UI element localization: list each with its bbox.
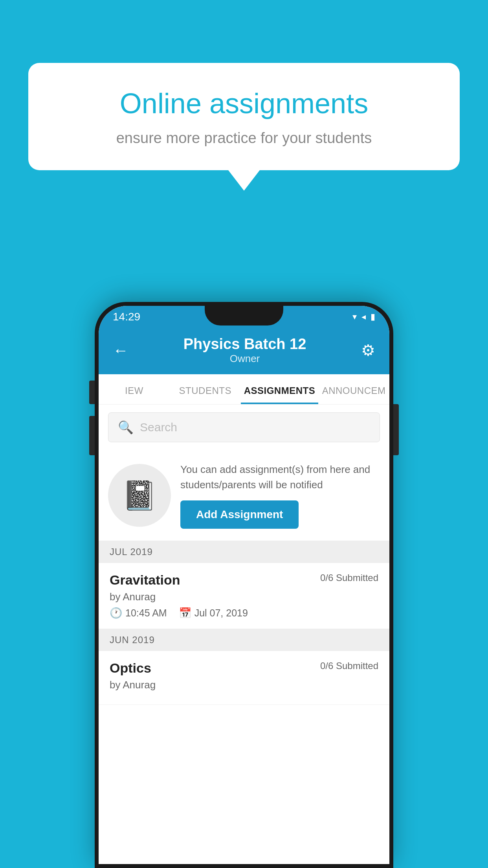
phone-notch	[205, 306, 283, 326]
signal-icon: ◂	[361, 312, 366, 322]
battery-icon: ▮	[371, 312, 375, 322]
assignment-top-optics: Optics 0/6 Submitted	[110, 660, 378, 676]
calendar-icon: 📅	[179, 607, 191, 619]
assignment-time-value: 10:45 AM	[125, 607, 167, 619]
header-center: Physics Batch 12 Owner	[128, 336, 361, 365]
assignment-by: by Anurag	[110, 591, 378, 603]
wifi-icon: ▾	[352, 312, 357, 322]
phone-screen: 14:29 ▾ ◂ ▮ ← Physics Batch 12 Owner ⚙ I…	[99, 306, 389, 864]
app-header: ← Physics Batch 12 Owner ⚙	[99, 328, 389, 374]
assignment-title: Gravitation	[110, 572, 180, 588]
assignment-submitted: 0/6 Submitted	[320, 572, 378, 583]
header-subtitle: Owner	[128, 353, 361, 365]
assignment-date-value: Jul 07, 2019	[194, 607, 248, 619]
clock-icon: 🕐	[110, 607, 122, 619]
speech-bubble-arrow	[228, 170, 260, 191]
notebook-icon: 📓	[122, 479, 157, 512]
assignment-item-gravitation[interactable]: Gravitation 0/6 Submitted by Anurag 🕐 10…	[99, 563, 389, 629]
section-header-jun-2019: JUN 2019	[99, 629, 389, 651]
search-container: 🔍 Search	[99, 405, 389, 450]
speech-bubble: Online assignments ensure more practice …	[28, 63, 460, 170]
tab-announcements[interactable]: ANNOUNCEM	[318, 374, 389, 404]
tab-assignments[interactable]: ASSIGNMENTS	[241, 374, 319, 404]
header-title: Physics Batch 12	[128, 336, 361, 353]
side-button-volume-up	[89, 381, 95, 404]
search-bar[interactable]: 🔍 Search	[108, 412, 380, 442]
speech-bubble-subtitle: ensure more practice for your students	[60, 130, 428, 147]
tabs-bar: IEW STUDENTS ASSIGNMENTS ANNOUNCEM	[99, 374, 389, 405]
assignment-date: 📅 Jul 07, 2019	[179, 607, 248, 619]
side-button-volume-down	[89, 416, 95, 455]
add-assignment-promo: 📓 You can add assignment(s) from here an…	[99, 450, 389, 541]
assignment-submitted-optics: 0/6 Submitted	[320, 660, 378, 671]
settings-icon[interactable]: ⚙	[361, 341, 375, 359]
search-placeholder: Search	[140, 421, 177, 434]
back-button[interactable]: ←	[113, 342, 128, 359]
speech-bubble-container: Online assignments ensure more practice …	[28, 63, 460, 191]
tab-iew[interactable]: IEW	[99, 374, 170, 404]
assignment-by-optics: by Anurag	[110, 679, 378, 691]
add-assignment-button[interactable]: Add Assignment	[180, 500, 299, 529]
assignment-item-optics[interactable]: Optics 0/6 Submitted by Anurag	[99, 651, 389, 705]
phone-frame: 14:29 ▾ ◂ ▮ ← Physics Batch 12 Owner ⚙ I…	[95, 302, 393, 868]
search-icon: 🔍	[118, 420, 134, 435]
speech-bubble-title: Online assignments	[60, 86, 428, 120]
assignment-meta: 🕐 10:45 AM 📅 Jul 07, 2019	[110, 607, 378, 619]
assignment-title-optics: Optics	[110, 660, 151, 676]
promo-text: You can add assignment(s) from here and …	[180, 462, 380, 493]
assignment-time: 🕐 10:45 AM	[110, 607, 167, 619]
side-button-power	[393, 404, 399, 455]
section-header-jul-2019: JUL 2019	[99, 541, 389, 563]
status-time: 14:29	[113, 311, 140, 323]
status-icons: ▾ ◂ ▮	[352, 312, 375, 322]
notebook-icon-container: 📓	[108, 464, 171, 527]
promo-content: You can add assignment(s) from here and …	[180, 462, 380, 529]
assignment-top: Gravitation 0/6 Submitted	[110, 572, 378, 588]
tab-students[interactable]: STUDENTS	[170, 374, 241, 404]
